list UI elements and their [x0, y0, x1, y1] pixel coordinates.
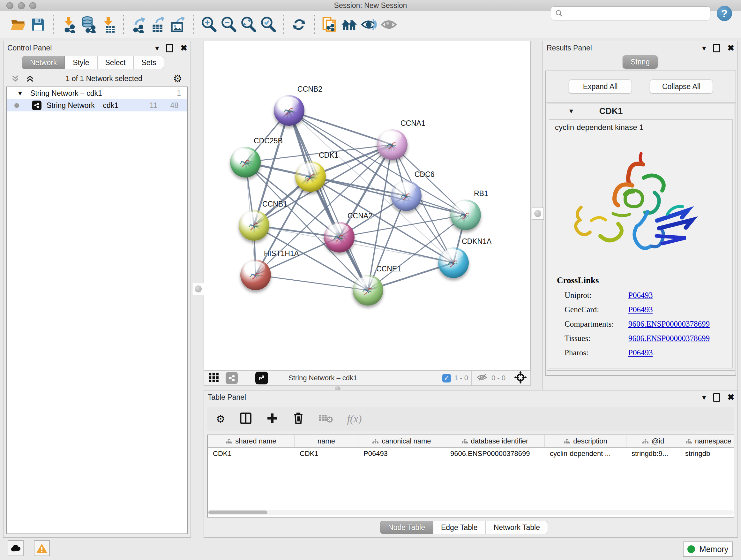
panel-float-icon[interactable]	[166, 44, 173, 52]
tab-sets[interactable]: Sets	[133, 56, 164, 69]
clone-network-icon[interactable]	[320, 15, 340, 35]
network-options-gear-icon[interactable]: ⚙	[173, 72, 182, 84]
cell-name[interactable]: CDK1	[294, 448, 358, 460]
delete-column-icon[interactable]	[292, 412, 305, 426]
network-node-ccnb2[interactable]	[274, 95, 305, 126]
network-node-ccna1[interactable]	[377, 129, 408, 160]
scrollbar-thumb[interactable]	[208, 510, 267, 514]
column-header-canonicalname[interactable]: canonical name	[358, 435, 445, 447]
horizontal-splitter-handle[interactable]	[335, 386, 340, 390]
open-session-icon[interactable]	[8, 15, 28, 35]
cloud-status-button[interactable]	[8, 540, 23, 556]
column-header-sharedname[interactable]: shared name	[208, 435, 294, 447]
selected-checkbox-icon[interactable]: ✓	[442, 374, 451, 382]
birdseye-icon[interactable]	[514, 371, 527, 385]
tab-select[interactable]: Select	[97, 56, 134, 69]
cell-sharedname[interactable]: CDK1	[208, 448, 294, 460]
function-builder-icon[interactable]: f(x)	[347, 413, 362, 425]
network-node-ccnb1[interactable]	[239, 210, 269, 241]
refresh-icon[interactable]	[289, 15, 309, 35]
cell-description[interactable]: cyclin-dependent ...	[545, 448, 626, 460]
network-node-cdc6[interactable]	[391, 180, 421, 211]
expand-all-button[interactable]: Expand All	[569, 79, 632, 94]
panel-menu-icon[interactable]: ▾	[702, 44, 706, 53]
panel-close-icon[interactable]: ✖	[727, 392, 734, 402]
network-node-ccne1[interactable]	[353, 275, 383, 306]
network-row-selected[interactable]: String Network – cdk1 11 48	[7, 99, 187, 111]
tab-edge-table[interactable]: Edge Table	[433, 521, 486, 534]
crosslink-link[interactable]: P06493	[628, 291, 653, 300]
add-column-icon[interactable]	[266, 412, 278, 426]
search-box[interactable]	[551, 6, 711, 20]
panel-float-icon[interactable]	[713, 393, 720, 401]
memory-button[interactable]: Memory	[683, 542, 733, 557]
collapse-all-icon[interactable]	[10, 74, 20, 83]
gene-card-header[interactable]: ▼ CDK1	[547, 104, 735, 119]
panel-float-icon[interactable]	[713, 44, 720, 52]
node-label-ccne1: CCNE1	[376, 265, 401, 273]
column-header-name[interactable]: name	[294, 435, 358, 447]
node-table[interactable]: shared namenamecanonical namedatabase id…	[207, 435, 734, 517]
tab-node-table[interactable]: Node Table	[380, 521, 433, 534]
panel-menu-icon[interactable]: ▾	[155, 44, 159, 53]
cell-databaseidentifier[interactable]: 9606.ENSP00000378699	[445, 448, 545, 460]
panel-menu-icon[interactable]: ▾	[702, 393, 706, 402]
zoom-fit-icon[interactable]	[239, 15, 259, 35]
zoom-selected-icon[interactable]	[259, 15, 278, 35]
panel-close-icon[interactable]: ✖	[727, 43, 734, 53]
collapse-all-button[interactable]: Collapse All	[650, 79, 713, 94]
table-options-gear-icon[interactable]: ⚙	[216, 413, 225, 425]
tab-style[interactable]: Style	[65, 56, 97, 69]
column-header-description[interactable]: description	[545, 435, 626, 447]
search-input[interactable]	[563, 9, 710, 18]
export-table-icon[interactable]	[149, 15, 169, 35]
left-splitter-handle[interactable]	[192, 283, 204, 295]
save-session-icon[interactable]	[28, 15, 48, 35]
network-node-cdk1[interactable]	[295, 161, 326, 192]
column-header-namespace[interactable]: namespace	[680, 435, 734, 447]
first-neighbors-icon[interactable]	[340, 15, 359, 35]
string-app-icon[interactable]	[226, 372, 238, 384]
export-network-icon[interactable]	[129, 15, 149, 35]
column-header-id[interactable]: @id	[626, 435, 680, 447]
crosslink-link[interactable]: P06493	[628, 305, 653, 314]
cell-canonicalname[interactable]: P06493	[358, 448, 445, 460]
table-row[interactable]: CDK1CDK1P064939606.ENSP00000378699cyclin…	[208, 448, 734, 460]
crosslink-link[interactable]: 9606.ENSP00000378699	[628, 320, 710, 328]
export-image-icon[interactable]	[169, 15, 188, 35]
cell-namespace[interactable]: stringdb	[680, 448, 734, 460]
network-collection-row[interactable]: ▼ String Network – cdk1 1	[7, 87, 187, 99]
right-splitter-handle[interactable]	[532, 207, 544, 220]
column-header-databaseidentifier[interactable]: database identifier	[445, 435, 545, 447]
network-node-rb1[interactable]	[450, 199, 481, 230]
table-hscrollbar[interactable]	[208, 510, 734, 515]
zoom-in-icon[interactable]	[199, 15, 219, 35]
expand-all-icon[interactable]	[25, 74, 35, 83]
open-in-window-icon[interactable]	[255, 372, 268, 384]
tab-network[interactable]: Network	[22, 56, 65, 69]
show-all-icon[interactable]	[379, 15, 399, 35]
warning-status-button[interactable]	[34, 540, 50, 556]
network-node-cdkn1a[interactable]	[438, 247, 469, 278]
tab-network-table[interactable]: Network Table	[486, 521, 548, 534]
import-network-icon[interactable]	[59, 15, 78, 35]
tree-expand-icon[interactable]: ▼	[17, 90, 23, 97]
cell-id[interactable]: stringdb:9...	[626, 448, 680, 460]
tab-string[interactable]: String	[623, 55, 658, 69]
crosslink-link[interactable]: P06493	[628, 348, 653, 357]
panel-close-icon[interactable]: ✖	[180, 43, 187, 53]
network-canvas[interactable]: CCNB2CCNA1CDC25BCDK1CDC6RB1CCNB1CCNA2CDK…	[204, 41, 531, 370]
hide-selected-icon[interactable]	[359, 15, 379, 35]
show-columns-icon[interactable]	[239, 412, 252, 426]
clear-table-icon[interactable]	[319, 413, 333, 425]
import-table-icon[interactable]	[98, 15, 118, 35]
help-button[interactable]: ?	[717, 6, 732, 21]
network-node-cdc25b[interactable]	[230, 147, 261, 178]
collapse-gene-icon[interactable]: ▼	[568, 108, 575, 115]
network-node-hist1h1a[interactable]	[240, 260, 271, 290]
zoom-out-icon[interactable]	[219, 15, 239, 35]
network-node-ccna2[interactable]	[324, 222, 354, 253]
crosslink-link[interactable]: 9606.ENSP00000378699	[628, 334, 710, 343]
grid-view-icon[interactable]	[208, 372, 219, 384]
import-database-icon[interactable]	[78, 15, 98, 35]
